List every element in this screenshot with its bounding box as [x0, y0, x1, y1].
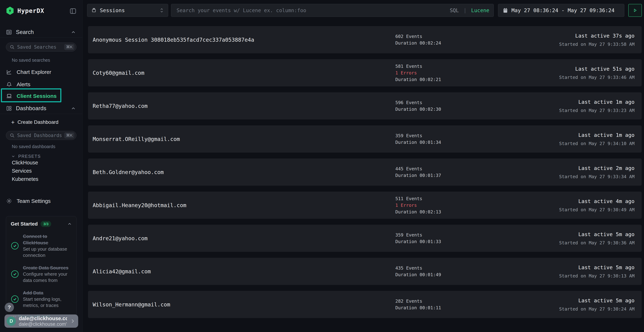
sql-mode-toggle[interactable]: SQL — [450, 8, 459, 14]
session-row[interactable]: Beth.Goldner@yahoo.com 445 Events Durati… — [88, 158, 642, 186]
sidebar-item-label: Chart Explorer — [17, 69, 51, 75]
saved-dashboards-placeholder: Saved Dashboards — [17, 133, 62, 138]
search-icon — [10, 44, 15, 50]
checklist-item[interactable]: Create Data Sources Configure where your… — [11, 264, 72, 284]
session-stats: 359 Events Duration 00:01:34 — [395, 132, 441, 146]
lucene-mode-toggle[interactable]: Lucene — [471, 8, 489, 14]
preset-dashboard-item[interactable]: Services — [12, 167, 38, 175]
search-panel-icon — [6, 29, 12, 35]
session-events: 602 Events — [395, 33, 441, 40]
session-last-active: Last active 2m ago — [559, 165, 634, 171]
session-row[interactable]: Wilson_Hermann@gmail.com 282 Events Dura… — [88, 291, 642, 318]
sidebar: HyperDX Search Saved Searches ⌘K No save… — [0, 0, 82, 332]
sidebar-item-label: Alerts — [17, 82, 30, 88]
sidebar-item-client-sessions[interactable]: Client Sessions — [6, 92, 56, 100]
checklist-item[interactable]: Add Data Start sending logs, metrics, or… — [11, 290, 72, 308]
session-title: Anonymous Session 308018eb535facd7cec337… — [93, 37, 254, 43]
session-events: 435 Events — [395, 265, 441, 271]
run-query-button[interactable] — [628, 4, 642, 17]
session-started: Started on May 27 9:30:24 AM — [559, 306, 634, 312]
saved-dashboards-input[interactable]: Saved Dashboards ⌘K — [6, 131, 76, 140]
session-duration: Duration 00:01:33 — [395, 238, 441, 245]
chevron-up-down-icon — [160, 8, 164, 13]
mode-divider: | — [461, 8, 469, 14]
preset-dashboard-item[interactable]: ClickHouse — [12, 158, 38, 167]
chevron-up-icon[interactable] — [67, 222, 72, 226]
app-logo[interactable]: HyperDX — [6, 6, 44, 15]
collapse-sidebar-icon[interactable] — [70, 8, 76, 15]
session-stats: 359 Events Duration 00:01:33 — [395, 232, 441, 245]
preset-dashboard-item[interactable]: Kubernetes — [12, 175, 38, 183]
session-duration: Duration 00:02:30 — [395, 106, 441, 112]
session-duration: Duration 00:02:24 — [395, 40, 441, 46]
session-title: Retha77@yahoo.com — [93, 103, 148, 109]
sidebar-item-chart-explorer[interactable]: Chart Explorer — [6, 68, 51, 76]
create-dashboard-label: Create Dashboard — [18, 119, 58, 125]
session-row[interactable]: Anonymous Session 308018eb535facd7cec337… — [88, 26, 642, 53]
sidebar-item-label: Team Settings — [17, 198, 51, 204]
session-started: Started on May 27 9:30:49 AM — [559, 207, 634, 212]
time-range-picker[interactable]: May 27 08:36:24 - May 27 09:36:24 — [498, 4, 624, 17]
user-menu[interactable]: D dale@clickhouse.com dale@clickhouse.co… — [4, 314, 78, 328]
session-stats: 511 Events 1 Errors Duration 00:02:13 — [395, 195, 441, 215]
session-duration: Duration 00:01:49 — [395, 271, 441, 278]
session-last-active: Last active 51s ago — [559, 66, 634, 72]
laptop-icon — [6, 93, 12, 99]
session-duration: Duration 00:02:21 — [395, 76, 441, 83]
user-email: dale@clickhouse.com — [19, 316, 67, 322]
session-last-active: Last active 4m ago — [559, 198, 634, 204]
gear-icon — [6, 198, 12, 204]
question-mark-icon: ? — [8, 304, 11, 310]
sidebar-item-label: Client Sessions — [17, 93, 56, 99]
session-started: Started on May 27 9:33:46 AM — [559, 75, 634, 80]
session-events: 445 Events — [395, 166, 441, 172]
app-title: HyperDX — [17, 7, 44, 14]
session-timing: Last active 2m ago Started on May 27 9:3… — [559, 165, 634, 179]
session-started: Started on May 27 9:33:23 AM — [559, 108, 634, 113]
sidebar-item-alerts[interactable]: Alerts — [6, 80, 30, 89]
sidebar-section-search[interactable]: Search — [0, 27, 82, 38]
session-timing: Last active 5m ago Started on May 27 9:3… — [559, 298, 634, 312]
session-timing: Last active 37s ago Started on May 27 9:… — [559, 33, 634, 47]
avatar: D — [6, 316, 16, 326]
shortcut-badge: ⌘K — [64, 44, 74, 50]
check-circle-icon — [11, 270, 19, 278]
session-timing: Last active 5m ago Started on May 27 9:3… — [559, 231, 634, 246]
search-placeholder: Search your events w/ Lucene ex. column:… — [176, 8, 447, 14]
help-button[interactable]: ? — [5, 303, 14, 312]
session-stats: 435 Events Duration 00:01:49 — [395, 265, 441, 278]
saved-searches-input[interactable]: Saved Searches ⌘K — [6, 42, 76, 52]
source-selector[interactable]: Sessions — [87, 4, 168, 17]
create-dashboard-button[interactable]: + Create Dashboard — [11, 118, 58, 127]
session-row[interactable]: Abbigail.Heaney20@hotmail.com 511 Events… — [88, 192, 642, 219]
session-list: Anonymous Session 308018eb535facd7cec337… — [88, 26, 642, 324]
session-errors: 1 Errors — [395, 202, 441, 208]
session-last-active: Last active 5m ago — [559, 298, 634, 304]
session-errors: 1 Errors — [395, 70, 441, 76]
session-duration: Duration 00:01:37 — [395, 172, 441, 179]
no-saved-searches-text: No saved searches — [12, 58, 50, 63]
play-icon — [633, 8, 638, 13]
get-started-panel: Get Started 3/3 Connect to ClickHouse Se… — [6, 216, 76, 320]
session-stats: 282 Events Duration 00:01:11 — [395, 298, 441, 311]
session-timing: Last active 4m ago Started on May 27 9:3… — [559, 198, 634, 212]
session-row[interactable]: Andre21@yahoo.com 359 Events Duration 00… — [88, 225, 642, 252]
sidebar-item-team-settings[interactable]: Team Settings — [6, 197, 51, 205]
session-timing: Last active 51s ago Started on May 27 9:… — [559, 66, 634, 80]
session-row[interactable]: Monserrat.OReilly@gmail.com 359 Events D… — [88, 126, 642, 152]
session-title: Beth.Goldner@yahoo.com — [93, 169, 164, 175]
session-title: Alicia42@gmail.com — [93, 268, 151, 274]
session-row[interactable]: Retha77@yahoo.com 596 Events Duration 00… — [88, 92, 642, 120]
session-last-active: Last active 1m ago — [559, 99, 634, 105]
chevron-up-icon[interactable] — [71, 106, 76, 111]
session-started: Started on May 27 9:30:36 AM — [559, 240, 634, 246]
event-search-input[interactable]: Search your events w/ Lucene ex. column:… — [171, 4, 494, 17]
session-row[interactable]: Coty60@gmail.com 581 Events 1 Errors Dur… — [88, 59, 642, 86]
shortcut-badge: ⌘K — [64, 132, 74, 138]
session-row[interactable]: Alicia42@gmail.com 435 Events Duration 0… — [88, 258, 642, 285]
session-stats: 602 Events Duration 00:02:24 — [395, 33, 441, 46]
checklist-item[interactable]: Connect to ClickHouse Set up your databa… — [11, 233, 72, 258]
session-duration: Duration 00:01:34 — [395, 139, 441, 146]
sidebar-section-dashboards[interactable]: Dashboards — [0, 103, 82, 114]
chevron-up-icon[interactable] — [71, 30, 76, 35]
